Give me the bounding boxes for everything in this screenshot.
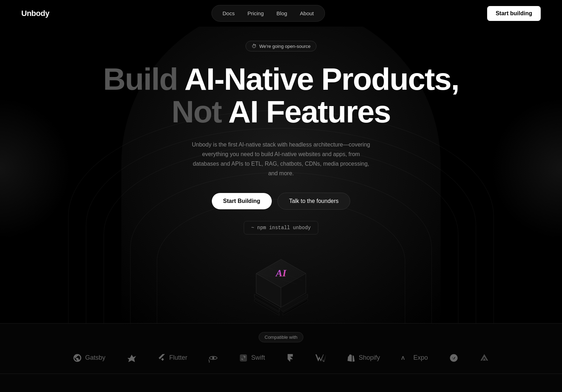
- badge-text: We're going open-source: [259, 44, 311, 49]
- logo: Unbody: [21, 9, 49, 18]
- tech-logo-next: N: [449, 353, 458, 363]
- hero-content: ⏱ We're going open-source Build AI-Nativ…: [0, 41, 562, 323]
- nav-links: Docs Pricing Blog About: [211, 5, 325, 22]
- hero-title-features: AI Features: [228, 94, 390, 129]
- npm-command-text: ~ npm install unbody: [251, 225, 311, 231]
- stat-time: From 300 hours to 4 mins: [0, 388, 187, 392]
- tech-logo-webflow: [315, 354, 326, 362]
- nav-about[interactable]: About: [295, 8, 319, 18]
- logo-text: Unbody: [21, 9, 49, 18]
- hero-section: ⏱ We're going open-source Build AI-Nativ…: [0, 27, 562, 323]
- hero-buttons: Start Building Talk to the founders: [0, 193, 562, 210]
- stat-cost: From 40K to 2 K: [375, 388, 562, 392]
- tech-logo-flutter: Flutter: [158, 354, 187, 362]
- svg-text:AI: AI: [275, 267, 287, 278]
- compatible-label: Compatible with: [259, 332, 304, 342]
- hero-title-not: Not: [171, 94, 228, 129]
- hero-description: Unbody is the first AI-native stack with…: [189, 140, 373, 178]
- expo-icon: Λ: [401, 354, 410, 361]
- gatsby-icon: [73, 354, 82, 362]
- navbar: Unbody Docs Pricing Blog About Start bui…: [0, 0, 562, 27]
- tech-logo-swift: Swift: [239, 354, 265, 362]
- bird-icon: [127, 353, 137, 363]
- hero-title-ai-native: AI-Native Products,: [184, 61, 459, 96]
- hero-title: Build AI-Native Products, Not AI Feature…: [0, 63, 562, 128]
- npm-command: ~ npm install unbody: [244, 221, 318, 234]
- flutter-label: Flutter: [169, 354, 187, 361]
- start-building-hero-button[interactable]: Start Building: [212, 193, 272, 209]
- nav-blog[interactable]: Blog: [271, 8, 292, 18]
- flutter-icon: [158, 354, 166, 362]
- tech-logos: Gatsby Flutter: [0, 349, 562, 374]
- hero-title-line1: Build AI-Native Products,: [0, 63, 562, 95]
- svg-point-16: [213, 357, 214, 358]
- react-icon: [209, 353, 218, 363]
- ai-cube-container: AI: [0, 252, 562, 323]
- stats-section: From 300 hours to 4 mins From 14 – 30 da…: [0, 374, 562, 392]
- tech-logo-gatsby: Gatsby: [73, 354, 105, 362]
- tech-logo-expo: Λ Expo: [401, 354, 428, 361]
- framer-icon: [286, 354, 294, 362]
- svg-text:N: N: [452, 356, 454, 360]
- expo-label: Expo: [413, 354, 428, 361]
- tech-logo-astro: [480, 353, 489, 363]
- start-building-button[interactable]: Start building: [487, 6, 541, 21]
- shopify-icon: [347, 354, 355, 362]
- swift-label: Swift: [251, 354, 265, 361]
- open-source-badge: ⏱ We're going open-source: [246, 41, 317, 51]
- badge-icon: ⏱: [252, 43, 257, 49]
- svg-rect-17: [240, 354, 247, 361]
- astro-icon: [480, 353, 489, 363]
- ai-cube-svg: AI: [246, 252, 316, 323]
- hero-title-line2: Not AI Features: [0, 95, 562, 128]
- hero-title-build: Build: [103, 61, 184, 96]
- talk-founders-button[interactable]: Talk to the founders: [277, 193, 351, 210]
- tech-logo-shopify: Shopify: [347, 354, 380, 362]
- compatible-section: Compatible with Gatsby Flutter: [0, 323, 562, 374]
- tech-logo-react: [209, 353, 218, 363]
- swift-icon: [239, 354, 248, 362]
- tech-logo-framer: [286, 354, 294, 362]
- nav-docs[interactable]: Docs: [217, 8, 239, 18]
- shopify-label: Shopify: [359, 354, 380, 361]
- tech-logo-bird: [127, 353, 137, 363]
- stat-days: From 14 – 30 days to 30 mins: [187, 388, 375, 392]
- compatible-badge: Compatible with: [0, 332, 562, 342]
- nav-pricing[interactable]: Pricing: [242, 8, 269, 18]
- webflow-icon: [315, 354, 326, 362]
- next-icon: N: [449, 353, 458, 363]
- svg-text:Λ: Λ: [401, 355, 405, 360]
- gatsby-label: Gatsby: [85, 354, 105, 361]
